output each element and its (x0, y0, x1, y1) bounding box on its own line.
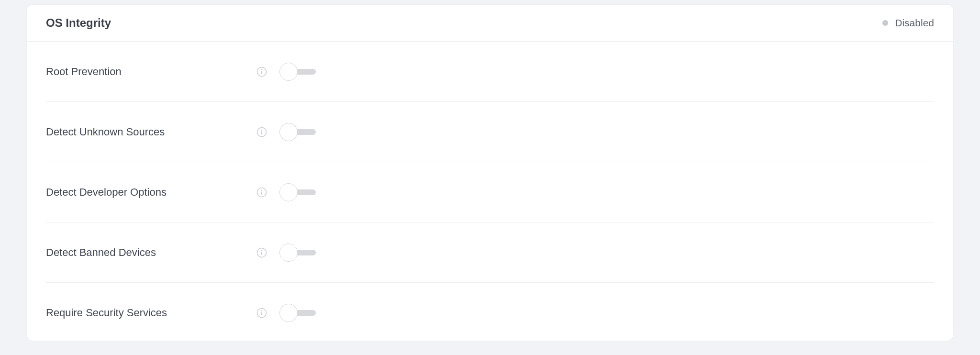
toggle-detect-unknown-sources[interactable] (279, 123, 318, 141)
toggle-knob (279, 183, 298, 201)
toggle-detect-developer-options[interactable] (279, 183, 318, 201)
info-icon[interactable] (256, 187, 267, 198)
svg-rect-11 (261, 252, 262, 255)
setting-row-detect-unknown-sources: Detect Unknown Sources (46, 102, 934, 162)
setting-controls (256, 123, 318, 141)
info-icon[interactable] (256, 127, 267, 137)
info-icon[interactable] (256, 247, 267, 258)
setting-controls (256, 183, 318, 201)
setting-label: Root Prevention (46, 66, 256, 78)
toggle-detect-banned-devices[interactable] (279, 244, 318, 262)
svg-rect-8 (261, 191, 262, 195)
panel-title: OS Integrity (46, 16, 111, 30)
toggle-knob (279, 63, 298, 81)
toggle-knob (279, 123, 298, 141)
setting-controls (256, 304, 318, 322)
svg-rect-2 (261, 71, 262, 74)
toggle-knob (279, 304, 298, 322)
setting-label: Detect Banned Devices (46, 246, 256, 259)
status-label: Disabled (895, 17, 934, 29)
setting-label: Detect Developer Options (46, 186, 256, 199)
status-dot-icon (882, 20, 888, 26)
svg-point-13 (261, 311, 263, 312)
setting-row-root-prevention: Root Prevention (46, 42, 934, 102)
setting-row-detect-banned-devices: Detect Banned Devices (46, 222, 934, 283)
svg-rect-14 (261, 312, 262, 316)
setting-label: Detect Unknown Sources (46, 126, 256, 138)
svg-point-1 (261, 69, 263, 70)
info-icon[interactable] (256, 308, 267, 318)
setting-controls (256, 244, 318, 262)
panel-header: OS Integrity Disabled (27, 5, 953, 42)
setting-row-detect-developer-options: Detect Developer Options (46, 162, 934, 222)
svg-point-10 (261, 250, 263, 251)
setting-label: Require Security Services (46, 307, 256, 319)
svg-point-4 (261, 129, 263, 131)
toggle-root-prevention[interactable] (279, 63, 318, 81)
toggle-require-security-services[interactable] (279, 304, 318, 322)
os-integrity-panel: OS Integrity Disabled Root Prevention De… (27, 5, 953, 341)
svg-point-7 (261, 189, 263, 191)
panel-status: Disabled (882, 17, 934, 29)
info-icon[interactable] (256, 67, 267, 77)
setting-controls (256, 63, 318, 81)
setting-row-require-security-services: Require Security Services (46, 283, 934, 341)
settings-list: Root Prevention Detect Unknown Sources (27, 42, 953, 341)
toggle-knob (279, 244, 298, 262)
svg-rect-5 (261, 131, 262, 134)
